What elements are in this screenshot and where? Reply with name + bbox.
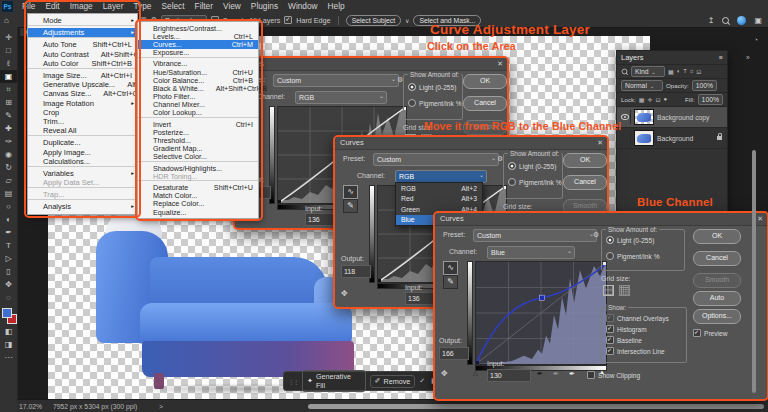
menu-item[interactable]: Auto ToneShift+Ctrl+L: [28, 40, 137, 49]
dialog-title[interactable]: Curves: [335, 137, 607, 150]
shadow-input-slider[interactable]: △: [473, 369, 478, 376]
curve-graph[interactable]: [475, 261, 607, 365]
eyedropper-tool[interactable]: ✎: [0, 109, 17, 122]
drag-handle-icon[interactable]: ⋮⋮: [288, 378, 298, 385]
commit-icon[interactable]: ✓: [419, 377, 425, 385]
white-point-eyedropper-icon[interactable]: ✒: [569, 370, 575, 378]
light-radio[interactable]: [606, 236, 614, 244]
generative-fill-button[interactable]: ✦ Generative Fill: [302, 370, 366, 392]
filter-pixel-icon[interactable]: ▦: [668, 68, 674, 75]
menu-item[interactable]: Apply Data Set...: [28, 178, 137, 188]
pen-tool[interactable]: ✒: [0, 226, 17, 239]
menubar-item-edit[interactable]: Edit: [40, 0, 64, 13]
pencil-icon[interactable]: ✎: [343, 199, 358, 213]
checkbox[interactable]: [606, 336, 614, 344]
opacity-field[interactable]: 100%: [692, 80, 717, 91]
menubar-item-window[interactable]: Window: [283, 0, 323, 13]
share-icon[interactable]: ↥: [708, 16, 715, 25]
menu-item[interactable]: Exposure...: [138, 49, 258, 58]
grid-quarter-icon[interactable]: [603, 285, 614, 296]
color-swatches[interactable]: [0, 307, 17, 325]
checkbox[interactable]: [606, 347, 614, 355]
menubar-item-help[interactable]: Help: [323, 0, 350, 13]
layer-visibility-toggle[interactable]: [620, 131, 631, 145]
marquee-tool[interactable]: □: [0, 44, 17, 57]
light-radio[interactable]: [508, 162, 516, 170]
menu-item[interactable]: Canvas Size...Alt+Ctrl+C: [28, 89, 137, 98]
history-brush-tool[interactable]: ↻: [0, 161, 17, 174]
menubar-item-file[interactable]: File: [17, 0, 40, 13]
layer-name[interactable]: Background: [657, 135, 693, 142]
auto-button[interactable]: Auto: [693, 291, 741, 306]
layer-thumbnail[interactable]: [634, 130, 654, 146]
clone-stamp-tool[interactable]: ◉: [0, 148, 17, 161]
menubar-item-filter[interactable]: Filter: [190, 0, 218, 13]
menu-item[interactable]: Image Size...Alt+Ctrl+I: [28, 71, 137, 80]
eraser-tool[interactable]: ▱: [0, 174, 17, 187]
blend-mode-dropdown[interactable]: Normal⌄: [621, 80, 663, 91]
hand-tool[interactable]: ✥: [0, 278, 17, 291]
more-tools-icon[interactable]: ⋯: [0, 351, 17, 364]
layer-visibility-toggle[interactable]: [620, 110, 631, 124]
channel-dropdown[interactable]: Blue⌄: [487, 246, 575, 259]
preview-checkbox[interactable]: [693, 329, 701, 337]
brush-tool[interactable]: ✑: [0, 135, 17, 148]
select-subject-button[interactable]: Select Subject: [346, 15, 401, 26]
move-tool[interactable]: ✛: [0, 31, 17, 44]
menu-item[interactable]: Image Rotation▸: [28, 99, 137, 108]
menu-item[interactable]: Trap...: [28, 190, 137, 200]
menu-item[interactable]: Adjustments▸: [28, 28, 137, 38]
layer-filter-dropdown[interactable]: Kind⌄: [631, 66, 665, 77]
menubar-item-view[interactable]: View: [218, 0, 246, 13]
foreground-color-swatch[interactable]: [2, 308, 12, 318]
fill-field[interactable]: 100%: [698, 94, 723, 105]
on-image-adjustment-icon[interactable]: ✥: [441, 369, 448, 378]
hard-edge-checkbox[interactable]: [284, 16, 292, 24]
show-clipping-checkbox[interactable]: [587, 371, 595, 379]
cancel-button[interactable]: Cancel: [563, 175, 607, 190]
pigment-radio[interactable]: [408, 99, 416, 107]
ok-button[interactable]: OK: [463, 74, 507, 89]
output-value[interactable]: 118: [341, 265, 371, 278]
pigment-radio[interactable]: [508, 178, 516, 186]
menubar-item-image[interactable]: Image: [65, 0, 98, 13]
filter-smart-icon[interactable]: ⊡: [696, 68, 701, 75]
edit-points-icon[interactable]: ∿: [343, 185, 358, 199]
menu-item[interactable]: Reveal All: [28, 126, 137, 136]
path-selection-tool[interactable]: ▷: [0, 252, 17, 265]
menu-item[interactable]: Mode▸: [28, 16, 137, 26]
close-icon[interactable]: ✕: [597, 137, 603, 149]
crop-tool[interactable]: ⌗: [0, 83, 17, 96]
blur-tool[interactable]: ○: [0, 200, 17, 213]
layer-thumbnail[interactable]: [634, 109, 654, 125]
menubar-item-plugins[interactable]: Plugins: [246, 0, 283, 13]
menubar-item-select[interactable]: Select: [157, 0, 190, 13]
cancel-button[interactable]: Cancel: [463, 96, 507, 111]
preset-dropdown[interactable]: Custom⌄: [473, 229, 597, 242]
options-button[interactable]: Options...: [693, 309, 741, 324]
zoom-tool[interactable]: ◌: [0, 291, 17, 304]
menu-item[interactable]: Trim...: [28, 117, 137, 126]
menu-item[interactable]: Auto ColorShift+Ctrl+B: [28, 59, 137, 69]
ok-button[interactable]: OK: [563, 153, 607, 168]
smooth-button[interactable]: Smooth: [693, 273, 741, 288]
menubar-item-type[interactable]: Type: [129, 0, 157, 13]
pigment-radio[interactable]: [606, 252, 614, 260]
menu-item[interactable]: Auto ContrastAlt+Shift+Ctrl+L: [28, 50, 137, 59]
checkbox[interactable]: [606, 314, 614, 322]
lock-transparent-icon[interactable]: ▦: [639, 96, 645, 103]
vertical-scrollbar[interactable]: [752, 150, 756, 393]
gray-point-eyedropper-icon[interactable]: ✒: [553, 370, 559, 378]
search-icon[interactable]: [722, 17, 729, 24]
on-image-adjustment-icon[interactable]: ✥: [341, 289, 348, 298]
pencil-icon[interactable]: ✎: [443, 275, 458, 289]
layer-name[interactable]: Background copy: [657, 114, 710, 121]
lock-position-icon[interactable]: ✛: [647, 96, 652, 103]
close-icon[interactable]: ✕: [497, 58, 503, 70]
type-tool[interactable]: T: [0, 239, 17, 252]
menu-item[interactable]: Color Lookup...: [138, 109, 258, 118]
lock-all-icon[interactable]: ●: [664, 96, 668, 103]
dock-collapse-icon[interactable]: »: [746, 54, 750, 61]
menu-item[interactable]: Selective Color...: [138, 153, 258, 162]
gear-icon[interactable]: ⚙: [593, 231, 599, 239]
